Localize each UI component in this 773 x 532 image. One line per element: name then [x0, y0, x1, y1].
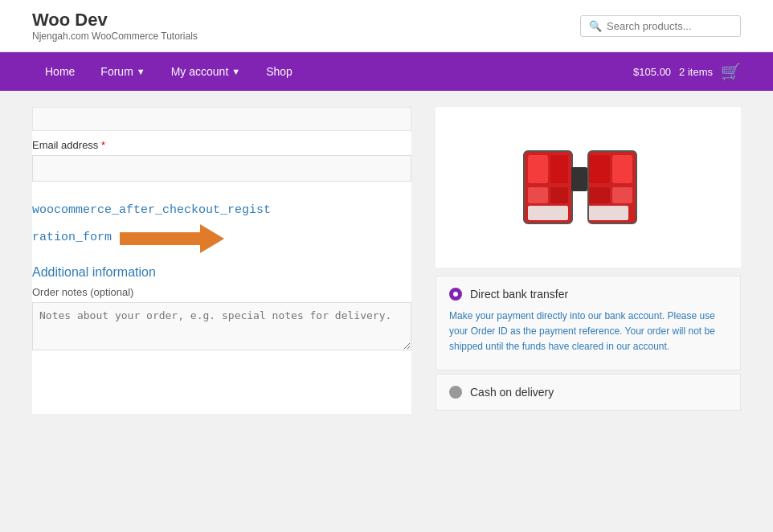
search-input[interactable] [607, 20, 732, 32]
cart-icon[interactable]: 🛒 [721, 62, 741, 81]
svg-rect-5 [550, 187, 568, 203]
svg-rect-2 [528, 187, 548, 203]
site-title: Woo Dev [32, 10, 198, 31]
nav-forum[interactable]: Forum ▼ [88, 52, 157, 91]
checkout-form: Email address * woocommerce_after_checko… [32, 107, 411, 414]
arrow-row: ration_form [32, 224, 411, 253]
order-notes-textarea[interactable] [32, 302, 411, 350]
section-title-blue: information [92, 265, 156, 279]
radio-inner [453, 292, 458, 297]
cart-amount: $105.00 [633, 66, 671, 78]
payment-direct-bank-label: Direct bank transfer [470, 288, 568, 301]
svg-rect-4 [550, 155, 568, 183]
site-tagline: Njengah.com WooCommerce Tutorials [32, 31, 198, 42]
cart-items-count: 2 items [679, 66, 713, 78]
svg-rect-14 [571, 167, 587, 191]
hook-line-1: woocommerce_after_checkout_regist [32, 202, 411, 220]
radio-unselected-icon [449, 386, 462, 399]
required-asterisk: * [98, 139, 105, 151]
main-content: Email address * woocommerce_after_checko… [0, 91, 773, 430]
nav-links: Home Forum ▼ My account ▼ Shop [32, 52, 305, 91]
svg-rect-9 [612, 187, 632, 203]
payment-option-header: Direct bank transfer [449, 288, 727, 301]
site-branding: Woo Dev Njengah.com WooCommerce Tutorial… [32, 10, 198, 42]
arrow-shape [120, 224, 224, 253]
additional-info-section: Additional information Order notes (opti… [32, 265, 411, 353]
right-column: Direct bank transfer Make your payment d… [436, 107, 741, 414]
order-notes-label: Order notes (optional) [32, 286, 411, 298]
section-title-plain: Additional [32, 265, 92, 279]
chevron-down-icon: ▼ [231, 67, 240, 76]
hook-text-block: woocommerce_after_checkout_regist ration… [32, 202, 411, 253]
chevron-down-icon: ▼ [137, 67, 145, 76]
main-nav: Home Forum ▼ My account ▼ Shop $105.00 2… [0, 52, 773, 91]
cart-area: $105.00 2 items 🛒 [633, 62, 741, 81]
payment-cash-label: Cash on delivery [470, 386, 554, 399]
arrow-head [200, 224, 224, 253]
email-input[interactable] [32, 155, 411, 182]
svg-rect-1 [528, 155, 548, 183]
svg-rect-8 [612, 155, 632, 183]
email-label: Email address * [32, 139, 411, 151]
search-bar[interactable]: 🔍 [580, 15, 741, 37]
email-section: Email address * [32, 139, 411, 190]
site-header: Woo Dev Njengah.com WooCommerce Tutorial… [0, 0, 773, 52]
radio-selected-icon [449, 288, 462, 301]
svg-rect-11 [588, 155, 610, 183]
svg-rect-3 [528, 206, 568, 220]
svg-rect-12 [588, 187, 610, 203]
payment-direct-bank-desc: Make your payment directly into our bank… [449, 301, 727, 358]
payment-option-cash[interactable]: Cash on delivery [436, 374, 741, 411]
arrow-body [120, 232, 200, 245]
search-icon: 🔍 [589, 20, 602, 32]
hook-line-2: ration_form [32, 229, 112, 248]
payment-option-direct-bank[interactable]: Direct bank transfer Make your payment d… [436, 276, 741, 370]
nav-shop[interactable]: Shop [253, 52, 305, 91]
form-top-bar [32, 107, 411, 131]
product-image [516, 131, 661, 243]
nav-home[interactable]: Home [32, 52, 88, 91]
payment-cash-header: Cash on delivery [449, 386, 727, 399]
product-image-area [436, 107, 741, 268]
nav-myaccount[interactable]: My account ▼ [158, 52, 253, 91]
svg-rect-10 [588, 206, 628, 220]
section-title: Additional information [32, 265, 411, 280]
